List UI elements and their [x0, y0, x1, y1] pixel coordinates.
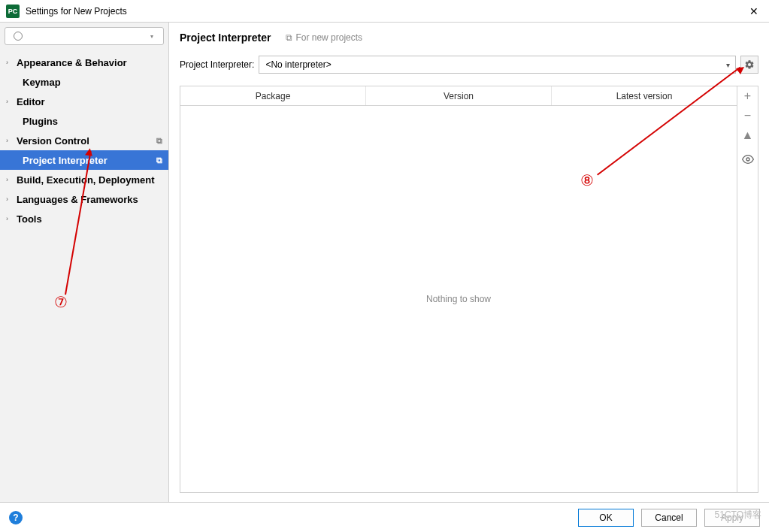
add-package-button[interactable]: + [737, 86, 758, 106]
titlebar: PC Settings for New Projects ✕ [0, 0, 769, 23]
app-icon: PC [6, 5, 20, 18]
sidebar-item-keymap[interactable]: Keymap [0, 72, 168, 92]
eye-icon [742, 153, 754, 165]
chevron-right-icon: › [6, 59, 17, 66]
sidebar-item-project-interpreter[interactable]: Project Interpreter ⧉ [0, 150, 168, 170]
chevron-right-icon: › [6, 215, 17, 222]
column-package[interactable]: Package [180, 86, 366, 105]
content-pane: Project Interpreter ⧉ For new projects P… [169, 23, 769, 502]
interpreter-select[interactable]: <No interpreter> [259, 56, 736, 74]
apply-button: Apply [704, 509, 760, 527]
sidebar-item-plugins[interactable]: Plugins [0, 111, 168, 131]
page-title: Project Interpreter [180, 32, 271, 44]
copy-icon: ⧉ [156, 136, 162, 146]
sidebar: › Appearance & Behavior Keymap › Editor … [0, 23, 169, 502]
sidebar-item-appearance[interactable]: › Appearance & Behavior [0, 53, 168, 72]
window-title: Settings for New Projects [26, 6, 745, 17]
chevron-right-icon: › [6, 98, 17, 105]
sidebar-item-tools[interactable]: › Tools [0, 209, 168, 228]
help-button[interactable]: ? [9, 511, 23, 524]
page-subtitle: ⧉ For new projects [286, 32, 362, 43]
remove-package-button[interactable]: − [737, 106, 758, 125]
chevron-right-icon: › [6, 195, 17, 203]
settings-tree: › Appearance & Behavior Keymap › Editor … [0, 50, 168, 502]
sidebar-item-editor[interactable]: › Editor [0, 92, 168, 111]
interpreter-label: Project Interpreter: [180, 59, 254, 70]
search-input[interactable] [5, 27, 164, 45]
empty-state: Nothing to show [180, 106, 737, 492]
sidebar-item-version-control[interactable]: › Version Control ⧉ [0, 131, 168, 150]
chevron-right-icon: › [6, 137, 17, 144]
button-bar: ? OK Cancel Apply [0, 502, 769, 532]
copy-icon: ⧉ [156, 156, 162, 165]
copy-icon: ⧉ [286, 32, 292, 43]
svg-point-0 [746, 158, 749, 161]
upgrade-package-button[interactable]: ▲ [737, 125, 758, 145]
column-version[interactable]: Version [366, 86, 552, 105]
close-button[interactable]: ✕ [745, 4, 763, 19]
packages-table: Package Version Latest version Nothing t… [180, 86, 758, 493]
chevron-right-icon: › [6, 176, 17, 183]
ok-button[interactable]: OK [578, 509, 634, 527]
cancel-button[interactable]: Cancel [641, 509, 697, 527]
arrow-7-head [85, 147, 94, 156]
show-early-button[interactable] [737, 150, 758, 169]
